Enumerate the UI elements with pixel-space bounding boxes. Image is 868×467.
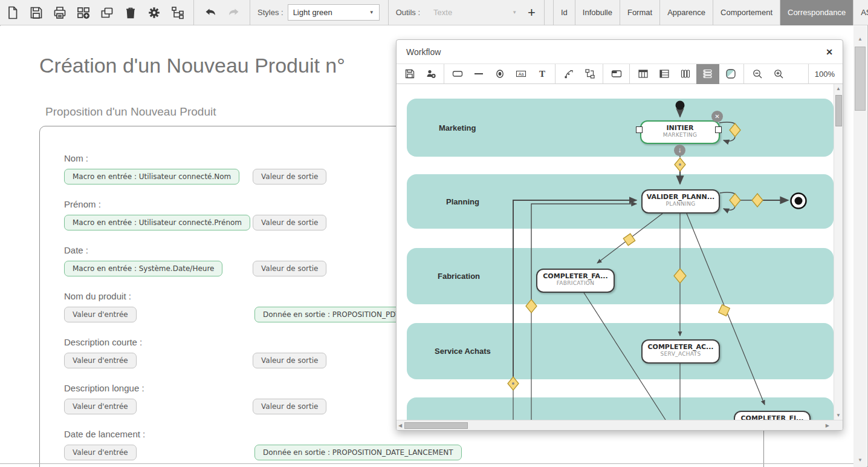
wf-add-participant-button[interactable] [423,66,439,82]
node-completer-fi[interactable]: COMPLETER_FI... [734,411,811,420]
add-tool-button[interactable]: + [528,5,536,21]
wf-zoom-out-button[interactable] [749,66,765,82]
mapping-badge-produit-in[interactable]: Valeur d'entrée [64,307,137,322]
node-completer-fabrication[interactable]: COMPLETER_FA... FABRICATION [536,269,615,293]
save-button[interactable] [29,5,44,20]
styles-select[interactable]: Light green ▼ [288,4,380,21]
workflow-hscrollbar-thumb[interactable] [404,422,468,429]
mapping-badge-prenom-out[interactable]: Valeur de sortie [253,215,326,230]
mapping-badge-desc-courte-in[interactable]: Valeur d'entrée [64,353,137,368]
workflow-vscrollbar-thumb[interactable] [835,95,842,126]
copy-button[interactable] [100,5,114,20]
lane-planning[interactable]: Planning [407,174,834,229]
zoom-in-icon [773,68,784,79]
workflow-canvas[interactable]: Marketing Planning Fabrication Service A… [397,84,843,420]
diamond-dot [679,163,681,166]
diamond-branch-fi[interactable] [719,305,730,316]
wf-zoom-in-button[interactable] [770,66,786,82]
node-title: COMPLETER_AC... [643,343,719,351]
rows-header-icon [659,68,670,79]
state-circle-icon [494,68,505,79]
workflow-hscrollbar[interactable]: ◀ ▶ [397,420,843,430]
scroll-left-icon[interactable]: ◀ [398,423,402,428]
mapping-badge-lancement-in[interactable]: Valeur d'entrée [64,445,137,460]
lane-marketing[interactable]: Marketing [407,99,834,157]
wf-vlanes-header-tool[interactable] [635,66,651,82]
node-subtitle: PLANNING [643,201,719,207]
wf-line-tool[interactable] [470,66,487,82]
field-label-desc-courte: Description courte : [64,337,142,347]
wf-hierarchy-tool[interactable] [581,66,598,82]
wf-pool-tool[interactable] [608,66,624,82]
mapping-badge-nom-out[interactable]: Valeur de sortie [253,169,326,185]
resize-handle-right[interactable] [715,126,722,133]
scroll-down-icon[interactable]: ▼ [836,413,841,418]
redo-button[interactable] [227,5,241,20]
print-button[interactable] [53,5,67,20]
workflow-window-titlebar[interactable]: Workflow ✕ [397,40,843,64]
wf-text-tool[interactable]: T [534,66,550,82]
text-tool-icon: T [537,68,548,79]
print-icon [53,5,67,20]
add-transition-icon[interactable]: ↓ [674,145,685,156]
close-icon[interactable]: ✕ [826,47,833,57]
delete-node-icon[interactable]: ✕ [711,111,723,122]
tab-correspondance[interactable]: Correspondance [780,0,853,25]
scroll-down-icon[interactable]: ▼ [853,457,867,463]
structure-button[interactable] [170,5,185,20]
lane-service-achats[interactable]: Service Achats [407,323,834,379]
new-file-button[interactable] [5,5,20,20]
resize-handle-left[interactable] [636,126,643,133]
mapping-badge-desc-longue-out[interactable]: Valeur de sortie [253,399,326,414]
svg-text:T: T [539,69,545,79]
undo-icon [203,5,218,20]
wf-hlanes-header-tool[interactable] [656,66,672,82]
tab-id[interactable]: Id [553,0,575,25]
lane-fabrication[interactable]: Fabrication [407,248,834,304]
tab-aspnet[interactable]: ASP.NET [853,0,868,25]
scroll-up-icon[interactable]: ▲ [853,36,867,42]
page-scrollbar-thumb[interactable] [855,47,866,111]
node-completer-achats[interactable]: COMPLETER_AC... SERV_ACHATS [641,339,720,364]
mapping-badge-prenom-in[interactable]: Macro en entrée : Utilisateur connecté.P… [64,215,250,230]
diamond-branch-fa[interactable] [623,234,635,245]
scroll-right-icon[interactable]: ▶ [826,423,829,428]
settings-button[interactable] [147,5,161,20]
outils-select[interactable]: Texte ▼ [420,8,517,17]
mapping-badge-desc-longue-in[interactable]: Valeur d'entrée [64,399,137,414]
mapping-badge-date-in[interactable]: Macro en entrée : Système.Date/Heure [64,261,222,276]
wf-label-tool[interactable]: Aa [513,66,529,82]
wf-save-button[interactable] [401,66,418,82]
delete-button[interactable] [123,5,138,20]
node-subtitle: FABRICATION [537,280,614,286]
wf-vlanes-tool[interactable] [677,66,693,82]
add-block-button[interactable] [76,5,91,20]
node-initier[interactable]: INITIER MARKETING [640,120,720,144]
node-subtitle: SERV_ACHATS [643,351,719,357]
page-title: Création d'un Nouveau Produit n° [39,54,345,77]
lane-style-icon [725,68,736,79]
wf-lane-style-tool[interactable] [722,66,739,82]
mapping-badge-date-out[interactable]: Valeur de sortie [253,261,326,276]
mapping-badge-desc-courte-out[interactable]: Valeur de sortie [253,353,326,368]
gear-icon [147,5,161,20]
page-scrollbar[interactable]: ▲ ▼ [853,26,867,467]
tab-infobulle[interactable]: Infobulle [575,0,620,25]
rectangle-tool-icon [452,68,463,79]
tab-comportement[interactable]: Comportement [713,0,780,25]
pool-tool-icon [611,68,622,79]
undo-button[interactable] [203,5,218,20]
scroll-up-icon[interactable]: ▲ [836,86,841,91]
wf-hlanes-tool-active[interactable] [696,64,719,84]
mapping-badge-nom-in[interactable]: Macro en entrée : Utilisateur connecté.N… [64,169,239,185]
workflow-vscrollbar[interactable]: ▲ ▼ [834,84,843,420]
wf-rect-tool[interactable] [449,66,465,82]
tab-format[interactable]: Format [620,0,659,25]
diamond-condition-marketing[interactable] [675,158,685,171]
node-valider-planning[interactable]: VALIDER_PLANN... PLANNING [641,189,720,214]
wf-state-tool[interactable] [491,66,508,82]
tab-apparence[interactable]: Apparence [659,0,713,25]
columns-header-icon [638,68,649,79]
mapping-badge-lancement-out[interactable]: Donnée en sortie : PROPOSITION_DATE_LANC… [254,445,462,460]
wf-connector-tool[interactable] [560,66,577,82]
